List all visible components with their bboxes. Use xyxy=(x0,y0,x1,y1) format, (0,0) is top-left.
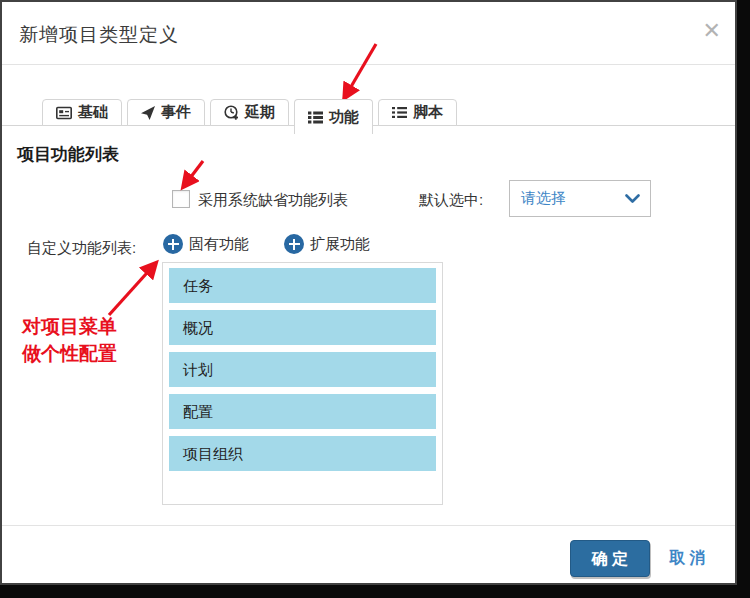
screenshot-stage: 新增项目类型定义 ✕ 基础 事件 延期 xyxy=(0,0,750,598)
add-project-type-dialog: 新增项目类型定义 ✕ 基础 事件 延期 xyxy=(0,0,737,585)
chevron-down-icon xyxy=(625,194,640,204)
default-selected-label: 默认选中: xyxy=(419,191,483,210)
list-item-organization[interactable]: 项目组织 xyxy=(169,436,436,471)
dropdown-value: 请选择 xyxy=(521,189,625,208)
default-selected-dropdown[interactable]: 请选择 xyxy=(509,180,651,217)
function-listbox: 任务 概况 计划 配置 项目组织 xyxy=(162,262,443,505)
use-default-list-checkbox[interactable] xyxy=(172,190,190,208)
tab-function[interactable]: 功能 xyxy=(294,99,373,134)
clock-icon xyxy=(224,105,239,120)
send-icon xyxy=(141,106,155,120)
list-item-plan[interactable]: 计划 xyxy=(169,352,436,387)
list-solid-icon xyxy=(308,111,323,124)
list-item-task[interactable]: 任务 xyxy=(169,268,436,303)
dialog-title: 新增项目类型定义 xyxy=(19,22,179,48)
tab-bar: 基础 事件 延期 功能 xyxy=(2,99,735,126)
arrow-to-function-tab xyxy=(345,44,376,97)
tab-basic[interactable]: 基础 xyxy=(42,99,122,126)
tab-event[interactable]: 事件 xyxy=(127,99,205,126)
header-divider xyxy=(2,64,735,65)
tab-label: 事件 xyxy=(161,103,191,122)
list-item-overview[interactable]: 概况 xyxy=(169,310,436,345)
tab-label: 脚本 xyxy=(413,103,443,122)
red-annotation-text: 对项目菜单 做个性配置 xyxy=(22,313,117,367)
plus-circle-icon xyxy=(284,234,304,254)
form-icon xyxy=(56,106,72,120)
cancel-button[interactable]: 取 消 xyxy=(669,548,705,569)
add-extended-function-button[interactable]: 扩展功能 xyxy=(284,234,370,254)
list-lines-icon xyxy=(392,106,407,119)
add-button-label: 扩展功能 xyxy=(310,235,370,254)
tab-label: 功能 xyxy=(329,108,359,127)
panel-heading: 项目功能列表 xyxy=(17,143,119,166)
annotation-line1: 对项目菜单 xyxy=(22,313,117,340)
add-inherent-function-button[interactable]: 固有功能 xyxy=(163,234,249,254)
tab-delay[interactable]: 延期 xyxy=(210,99,289,126)
arrow-to-checkbox xyxy=(184,161,203,186)
custom-list-label: 自定义功能列表: xyxy=(27,239,136,258)
tab-label: 基础 xyxy=(78,103,108,122)
tab-script[interactable]: 脚本 xyxy=(378,99,457,126)
arrow-to-add-button xyxy=(109,264,155,315)
tab-label: 延期 xyxy=(245,103,275,122)
close-icon[interactable]: ✕ xyxy=(703,20,721,42)
footer-divider xyxy=(2,525,735,526)
list-item-config[interactable]: 配置 xyxy=(169,394,436,429)
annotation-line2: 做个性配置 xyxy=(22,340,117,367)
ok-button[interactable]: 确 定 xyxy=(570,540,650,577)
use-default-list-label: 采用系统缺省功能列表 xyxy=(198,191,348,210)
add-button-label: 固有功能 xyxy=(189,235,249,254)
plus-circle-icon xyxy=(163,234,183,254)
